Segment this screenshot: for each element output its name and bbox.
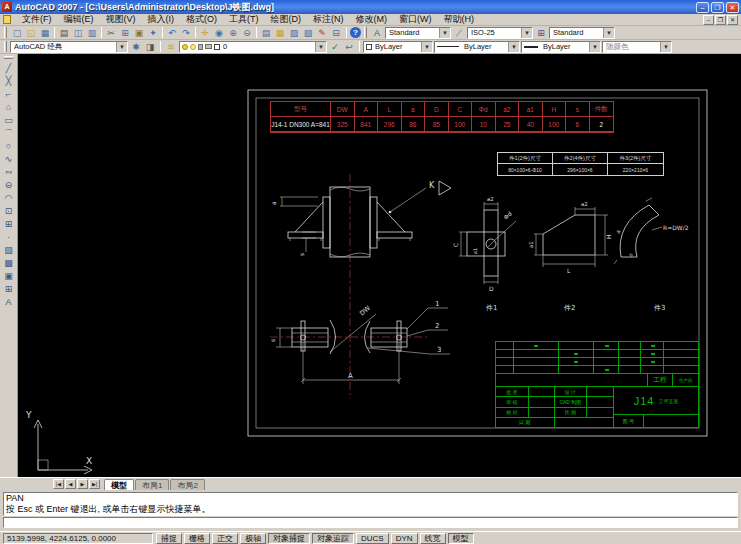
publish-icon[interactable]: ▥: [85, 27, 99, 39]
make-block-icon[interactable]: ⊞: [2, 218, 16, 231]
circle-icon[interactable]: ○: [2, 140, 16, 153]
doc-minimize-button[interactable]: –: [703, 15, 714, 25]
menu-item-10[interactable]: 帮助(H): [438, 14, 481, 24]
chevron-down-icon[interactable]: ▼: [116, 42, 127, 52]
chevron-down-icon[interactable]: ▼: [421, 42, 432, 52]
tab-nav-1[interactable]: ◀: [65, 479, 76, 489]
help-icon[interactable]: ?: [350, 27, 361, 38]
copy-icon[interactable]: ⊞: [118, 27, 132, 39]
toggle-DUCS[interactable]: DUCS: [356, 533, 389, 544]
menu-item-2[interactable]: 视图(V): [100, 14, 142, 24]
insert-block-icon[interactable]: ⊡: [2, 205, 16, 218]
ellipse-arc-icon[interactable]: ◠: [2, 192, 16, 205]
layer-on-icon[interactable]: [182, 44, 188, 50]
toggle-DYN[interactable]: DYN: [391, 533, 418, 544]
redo-icon[interactable]: ↷: [179, 27, 193, 39]
construction-line-icon[interactable]: ╳: [2, 75, 16, 88]
toggle-极轴[interactable]: 极轴: [240, 533, 266, 544]
doc-restore-button[interactable]: ❐: [715, 15, 726, 25]
dim-style-dropdown[interactable]: ISO-25 ▼: [467, 27, 533, 39]
open-file-icon[interactable]: ◱: [24, 27, 38, 39]
menu-item-1[interactable]: 编辑(E): [58, 14, 100, 24]
tab-nav-3[interactable]: ▶|: [89, 479, 100, 489]
rectangle-icon[interactable]: ▭: [2, 114, 16, 127]
minimize-button[interactable]: –: [696, 2, 709, 13]
spline-icon[interactable]: ∾: [2, 166, 16, 179]
toggle-正交[interactable]: 正交: [212, 533, 238, 544]
maximize-button[interactable]: ❐: [711, 2, 724, 13]
layer-previous-icon[interactable]: ↩: [342, 41, 356, 53]
menu-item-9[interactable]: 窗口(W): [393, 14, 438, 24]
paste-icon[interactable]: ▣: [132, 27, 146, 39]
workspace-save-icon[interactable]: ◨: [143, 41, 157, 53]
doc-close-button[interactable]: ✕: [727, 15, 738, 25]
layer-properties-icon[interactable]: ≋: [164, 41, 178, 53]
layer-dropdown[interactable]: 0 ▼: [179, 41, 327, 53]
toggle-对象追踪[interactable]: 对象追踪: [312, 533, 354, 544]
command-history[interactable]: PAN 按 Esc 或 Enter 键退出, 或单击右键显示快捷菜单。: [3, 492, 738, 516]
quickcalc-icon[interactable]: ⊟: [329, 27, 343, 39]
menu-item-4[interactable]: 格式(O): [180, 14, 223, 24]
mtext-icon[interactable]: A: [2, 296, 16, 309]
cut-icon[interactable]: ✂: [104, 27, 118, 39]
toggle-模型[interactable]: 模型: [448, 533, 474, 544]
polygon-icon[interactable]: ⌂: [2, 101, 16, 114]
sheetset-manager-icon[interactable]: ▧: [301, 27, 315, 39]
layer-lock-icon[interactable]: [198, 44, 203, 50]
layer-freeze-icon[interactable]: [190, 44, 196, 50]
save-icon[interactable]: ▦: [38, 27, 52, 39]
zoom-previous-icon[interactable]: ⊖: [240, 27, 254, 39]
toolbar-grip[interactable]: [4, 27, 7, 38]
gradient-icon[interactable]: ▩: [2, 257, 16, 270]
menu-item-6[interactable]: 绘图(D): [265, 14, 308, 24]
tab-nav-0[interactable]: |◀: [53, 479, 64, 489]
polyline-icon[interactable]: ⌐: [2, 88, 16, 101]
zoom-realtime-icon[interactable]: ◉: [212, 27, 226, 39]
chevron-down-icon[interactable]: ▼: [660, 42, 671, 52]
toggle-栅格[interactable]: 栅格: [184, 533, 210, 544]
menu-item-5[interactable]: 工具(T): [223, 14, 265, 24]
plot-style-dropdown[interactable]: 随颜色 ▼: [602, 41, 672, 53]
workspace-settings-icon[interactable]: ✱: [129, 41, 143, 53]
toggle-对象捕捉[interactable]: 对象捕捉: [268, 533, 310, 544]
plot-icon[interactable]: ▤: [57, 27, 71, 39]
chevron-down-icon[interactable]: ▼: [589, 42, 600, 52]
linetype-dropdown[interactable]: ByLayer ▼: [434, 41, 520, 53]
tab-模型[interactable]: 模型: [104, 479, 134, 490]
layer-plot-icon[interactable]: [205, 44, 212, 49]
line-icon[interactable]: ╱: [2, 62, 16, 75]
lineweight-dropdown[interactable]: ByLayer ▼: [521, 41, 601, 53]
new-file-icon[interactable]: ▢: [10, 27, 24, 39]
point-icon[interactable]: ·: [2, 231, 16, 244]
menu-item-7[interactable]: 标注(N): [307, 14, 350, 24]
hatch-icon[interactable]: ▨: [2, 244, 16, 257]
menu-item-0[interactable]: 文件(F): [16, 14, 58, 24]
table-icon[interactable]: ⊞: [2, 283, 16, 296]
region-icon[interactable]: ▣: [2, 270, 16, 283]
workspace-dropdown[interactable]: AutoCAD 经典 ▼: [10, 41, 128, 53]
tab-nav-2[interactable]: ▶: [77, 479, 88, 489]
table-style-icon[interactable]: ⊞: [534, 27, 548, 39]
toggle-线宽[interactable]: 线宽: [420, 533, 446, 544]
zoom-window-icon[interactable]: ⊕: [226, 27, 240, 39]
chevron-down-icon[interactable]: ▼: [508, 42, 519, 52]
designcenter-icon[interactable]: ▦: [273, 27, 287, 39]
make-object-layer-current-icon[interactable]: ✓: [328, 41, 342, 53]
dim-style-icon[interactable]: ⟋: [452, 27, 466, 39]
toolbar-grip[interactable]: [364, 27, 367, 38]
close-button[interactable]: ✕: [726, 2, 739, 13]
color-dropdown[interactable]: ByLayer ▼: [363, 41, 433, 53]
chevron-down-icon[interactable]: ▼: [521, 28, 532, 38]
tab-布局2[interactable]: 布局2: [170, 479, 204, 490]
text-style-dropdown[interactable]: Standard ▼: [385, 27, 451, 39]
text-style-icon[interactable]: A: [370, 27, 384, 39]
toggle-捕捉[interactable]: 捕捉: [156, 533, 182, 544]
arc-icon[interactable]: ⌒: [2, 127, 16, 140]
chevron-down-icon[interactable]: ▼: [315, 42, 326, 52]
revcloud-icon[interactable]: ∿: [2, 153, 16, 166]
menu-item-8[interactable]: 修改(M): [350, 14, 394, 24]
menu-item-3[interactable]: 插入(I): [142, 14, 181, 24]
toolbar-grip[interactable]: [4, 56, 13, 59]
model-space-canvas[interactable]: K a s: [18, 54, 741, 477]
undo-icon[interactable]: ↶: [165, 27, 179, 39]
